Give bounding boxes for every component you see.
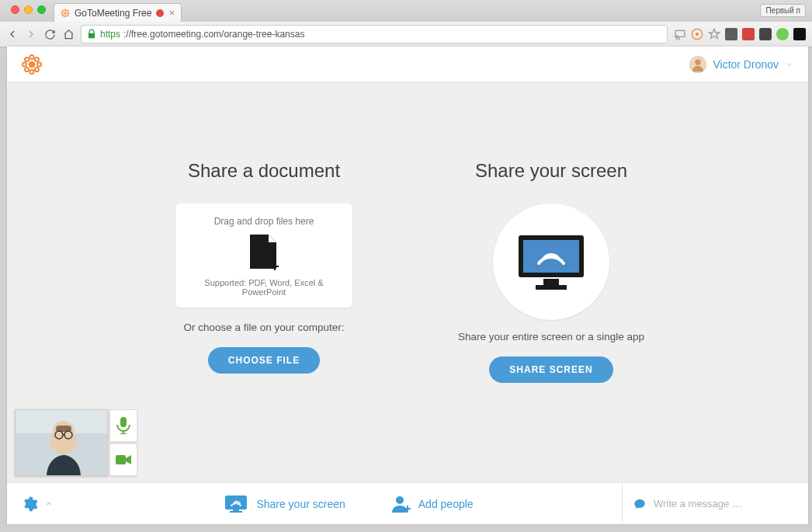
gotomeeting-favicon-icon xyxy=(61,9,70,18)
recording-indicator-icon xyxy=(156,9,164,17)
supported-formats: Supported: PDF, Word, Excel & PowerPoint xyxy=(185,278,343,297)
svg-point-29 xyxy=(550,254,553,258)
svg-point-2 xyxy=(64,16,66,17)
svg-point-4 xyxy=(68,12,69,14)
svg-point-12 xyxy=(29,61,35,67)
app-frame: Victor Dronov Share a document Drag and … xyxy=(7,47,808,524)
gotomeeting-logo-icon[interactable] xyxy=(21,54,43,75)
cast-icon[interactable] xyxy=(674,28,686,40)
pocket-ext-icon[interactable] xyxy=(759,28,772,40)
share-screen-subtext: Share your entire screen or a single app xyxy=(435,331,668,342)
share-screen-panel: Share your screen Share your xyxy=(435,160,668,383)
svg-point-14 xyxy=(29,70,33,74)
chevron-down-icon xyxy=(785,60,794,69)
share-document-title: Share a document xyxy=(147,160,380,182)
home-icon[interactable] xyxy=(62,28,75,40)
microphone-icon xyxy=(116,417,130,434)
file-add-icon xyxy=(247,235,281,272)
svg-point-13 xyxy=(29,54,33,58)
add-person-icon xyxy=(392,495,411,513)
browser-tab[interactable]: GoToMeeting Free × xyxy=(54,3,182,22)
expand-toggle-icon[interactable] xyxy=(44,499,54,509)
share-document-panel: Share a document Drag and drop files her… xyxy=(147,160,380,383)
svg-rect-28 xyxy=(536,285,567,290)
self-video-preview[interactable] xyxy=(15,409,108,476)
bookmark-star-icon[interactable] xyxy=(708,28,720,40)
share-screen-icon xyxy=(225,495,248,513)
user-menu[interactable]: Victor Dronov xyxy=(689,56,794,73)
black-ext-icon[interactable] xyxy=(793,28,806,40)
share-screen-label: Share your screen xyxy=(256,498,345,510)
svg-point-6 xyxy=(67,10,68,12)
svg-rect-27 xyxy=(543,279,559,285)
file-dropzone[interactable]: Drag and drop files here Supported: PDF,… xyxy=(175,203,352,308)
evernote-ext-icon[interactable] xyxy=(725,28,737,40)
share-screen-title: Share your screen xyxy=(435,160,668,182)
monitor-broadcast-icon xyxy=(515,232,587,291)
toggle-camera-button[interactable] xyxy=(109,443,137,476)
url-path: ://free.gotomeeting.com/orange-tree-kans… xyxy=(123,29,304,40)
choose-file-button[interactable]: CHOOSE FILE xyxy=(208,347,320,374)
forward-icon[interactable] xyxy=(25,28,37,40)
svg-rect-38 xyxy=(120,417,127,427)
add-people-action[interactable]: Add people xyxy=(392,495,474,513)
window-controls xyxy=(6,0,54,14)
svg-point-15 xyxy=(23,62,26,66)
svg-rect-44 xyxy=(230,511,242,513)
svg-point-0 xyxy=(64,12,67,14)
bookmarks-button[interactable]: Первый п xyxy=(760,4,806,17)
choose-file-subtext: Or choose a file on your computer: xyxy=(147,322,380,333)
camera-icon xyxy=(116,454,131,465)
share-screen-action[interactable]: Share your screen xyxy=(225,495,345,513)
add-people-label: Add people xyxy=(418,498,474,510)
svg-point-18 xyxy=(35,57,39,61)
avatar xyxy=(689,56,706,73)
svg-point-5 xyxy=(62,10,64,12)
message-input[interactable] xyxy=(654,498,797,509)
browser-toolbar: https ://free.gotomeeting.com/orange-tre… xyxy=(0,22,812,47)
share-screen-button[interactable]: SHARE SCREEN xyxy=(489,356,612,383)
gotomeeting-ext-icon[interactable] xyxy=(691,28,703,40)
bottom-bar: Share your screen Add people xyxy=(7,482,808,524)
green-ext-icon[interactable] xyxy=(776,28,789,40)
svg-point-16 xyxy=(37,62,41,66)
browser-tab-bar: GoToMeeting Free × Первый п xyxy=(0,0,812,22)
svg-point-45 xyxy=(235,500,238,502)
svg-point-8 xyxy=(67,15,68,16)
mute-mic-button[interactable] xyxy=(109,409,137,442)
window-maximize-icon[interactable] xyxy=(37,5,46,14)
self-view-widget xyxy=(15,409,137,476)
svg-point-46 xyxy=(396,496,404,504)
lock-icon xyxy=(86,29,97,40)
tab-title: GoToMeeting Free xyxy=(75,8,151,19)
tab-close-icon[interactable]: × xyxy=(168,7,175,19)
svg-point-20 xyxy=(35,67,39,71)
svg-point-17 xyxy=(25,57,29,61)
red-ext-icon[interactable] xyxy=(742,28,755,40)
drop-hint: Drag and drop files here xyxy=(185,216,343,227)
extension-icons xyxy=(674,28,806,40)
screen-share-graphic xyxy=(493,203,609,320)
settings-gear-icon[interactable] xyxy=(21,495,38,513)
window-minimize-icon[interactable] xyxy=(24,5,33,14)
svg-point-22 xyxy=(696,59,701,64)
browser-chrome: GoToMeeting Free × Первый п https ://fre… xyxy=(0,0,812,47)
back-icon[interactable] xyxy=(6,28,19,40)
reload-icon[interactable] xyxy=(43,28,56,40)
svg-point-7 xyxy=(62,15,64,16)
window-close-icon[interactable] xyxy=(11,5,19,14)
svg-point-1 xyxy=(64,9,66,11)
svg-rect-41 xyxy=(116,455,126,464)
chat-bubble-icon xyxy=(633,498,646,510)
svg-point-19 xyxy=(25,67,29,71)
user-name: Victor Dronov xyxy=(713,58,779,71)
chat-input-area[interactable] xyxy=(622,483,808,524)
app-header: Victor Dronov xyxy=(7,47,808,82)
svg-point-11 xyxy=(696,33,699,36)
svg-point-3 xyxy=(61,12,63,14)
address-bar[interactable]: https ://free.gotomeeting.com/orange-tre… xyxy=(81,25,668,43)
url-scheme: https xyxy=(100,29,120,40)
svg-rect-43 xyxy=(233,509,239,511)
